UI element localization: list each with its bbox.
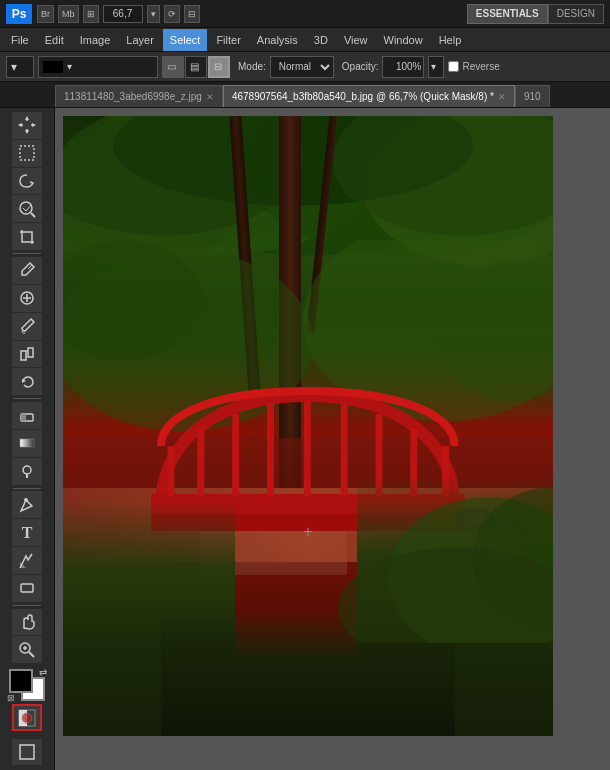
svg-line-21 xyxy=(29,652,34,657)
tool-crop[interactable] xyxy=(12,223,42,250)
fg-bg-colors[interactable]: ⇄ ⊠ xyxy=(9,669,45,701)
default-colors-button[interactable]: ⊠ xyxy=(7,693,15,703)
tool-gradient[interactable] xyxy=(12,430,42,457)
top-bar: Ps Br Mb ⊞ ▾ ⟳ ⊟ ESSENTIALS DESIGN xyxy=(0,0,610,28)
menu-edit[interactable]: Edit xyxy=(38,29,71,51)
tab-file-1-close[interactable]: ✕ xyxy=(206,92,214,102)
divider-3 xyxy=(13,488,41,489)
tab-file-3[interactable]: 910 xyxy=(515,85,550,107)
menu-image[interactable]: Image xyxy=(73,29,118,51)
brush-mode-active[interactable]: ⊟ xyxy=(208,56,230,78)
tab-file-2-close[interactable]: ✕ xyxy=(498,92,506,102)
opacity-label: Opacity: xyxy=(342,61,379,72)
svg-line-6 xyxy=(31,213,35,217)
tool-path-select[interactable] xyxy=(12,547,42,574)
tool-hand[interactable] xyxy=(12,609,42,636)
svg-rect-14 xyxy=(20,439,34,447)
document-tabs: 113811480_3abed6998e_z.jpg ✕ 4678907564_… xyxy=(0,82,610,108)
tool-shape[interactable] xyxy=(12,575,42,602)
bridge-button[interactable]: Br xyxy=(37,5,54,23)
svg-point-26 xyxy=(22,713,32,723)
tool-marquee[interactable] xyxy=(12,140,42,167)
tool-brush[interactable] xyxy=(12,313,42,340)
toolbar: T ⇄ ⊠ xyxy=(0,108,55,770)
brush-mode-normal[interactable]: ▭ xyxy=(162,56,184,78)
tool-clone[interactable] xyxy=(12,341,42,368)
design-button[interactable]: DESIGN xyxy=(548,4,604,24)
mode-select[interactable]: Normal Multiply Screen xyxy=(270,56,334,78)
opacity-dropdown[interactable]: ▾ xyxy=(428,56,444,78)
ps-logo: Ps xyxy=(6,4,32,24)
tool-healing[interactable] xyxy=(12,285,42,312)
tool-preset-picker[interactable]: ▾ xyxy=(6,56,34,78)
screen-mode-button[interactable]: ⊟ xyxy=(184,5,200,23)
divider-4 xyxy=(13,605,41,606)
rotate-view-button[interactable]: ⟳ xyxy=(164,5,180,23)
svg-point-17 xyxy=(24,498,28,502)
options-bar: ▾ ▾ ▭ ▤ ⊟ Mode: Normal Multiply Screen O… xyxy=(0,52,610,82)
foliage-lower-right xyxy=(308,457,553,643)
canvas-image: + xyxy=(63,116,553,736)
divider-1 xyxy=(13,253,41,254)
swap-colors-button[interactable]: ⇄ xyxy=(39,667,47,678)
canvas-area[interactable]: + xyxy=(55,108,610,770)
svg-point-15 xyxy=(23,466,31,474)
svg-marker-0 xyxy=(25,116,29,120)
tool-eyedropper[interactable] xyxy=(12,257,42,284)
menu-bar: File Edit Image Layer Select Filter Anal… xyxy=(0,28,610,52)
menu-analysis[interactable]: Analysis xyxy=(250,29,305,51)
top-icons: Br Mb ⊞ ▾ ⟳ ⊟ xyxy=(37,5,200,23)
mode-label: Mode: xyxy=(238,61,266,72)
tab-file-1-name: 113811480_3abed6998e_z.jpg xyxy=(64,91,202,102)
tab-file-2[interactable]: 4678907564_b3fb80a540_b.jpg @ 66,7% (Qui… xyxy=(223,85,515,107)
tool-screen-mode[interactable] xyxy=(12,739,42,766)
tab-file-3-name: 910 xyxy=(524,91,541,102)
svg-marker-1 xyxy=(25,130,29,134)
svg-point-53 xyxy=(338,547,553,643)
menu-filter[interactable]: Filter xyxy=(209,29,247,51)
reverse-label: Reverse xyxy=(462,61,499,72)
svg-rect-4 xyxy=(20,146,34,160)
menu-file[interactable]: File xyxy=(4,29,36,51)
svg-marker-3 xyxy=(32,123,36,127)
canvas-wrapper: + xyxy=(63,116,553,736)
reverse-checkbox-label: Reverse xyxy=(448,61,499,72)
svg-marker-2 xyxy=(18,123,22,127)
svg-point-5 xyxy=(20,202,32,214)
zoom-dropdown[interactable]: ▾ xyxy=(147,5,160,23)
brush-mode-darken[interactable]: ▤ xyxy=(185,56,207,78)
quick-mask-button[interactable] xyxy=(12,704,42,731)
svg-rect-19 xyxy=(21,584,33,592)
svg-rect-27 xyxy=(20,745,34,759)
tool-zoom[interactable] xyxy=(12,636,42,663)
divider-2 xyxy=(13,398,41,399)
tool-pen[interactable] xyxy=(12,491,42,518)
arrange-docs-button[interactable]: ⊞ xyxy=(83,5,99,23)
mini-bridge-button[interactable]: Mb xyxy=(58,5,79,23)
svg-line-7 xyxy=(28,265,32,269)
tool-history[interactable] xyxy=(12,368,42,395)
brush-options[interactable]: ▾ xyxy=(38,56,158,78)
tool-quick-select[interactable] xyxy=(12,195,42,222)
menu-help[interactable]: Help xyxy=(432,29,469,51)
svg-rect-13 xyxy=(21,414,26,421)
tool-lasso[interactable] xyxy=(12,168,42,195)
menu-layer[interactable]: Layer xyxy=(119,29,161,51)
tool-dodge[interactable] xyxy=(12,458,42,485)
tab-file-2-name: 4678907564_b3fb80a540_b.jpg @ 66,7% (Qui… xyxy=(232,91,494,102)
opacity-input[interactable] xyxy=(382,56,424,78)
reverse-checkbox[interactable] xyxy=(448,61,459,72)
foreground-color[interactable] xyxy=(9,669,33,693)
menu-select[interactable]: Select xyxy=(163,29,208,51)
menu-view[interactable]: View xyxy=(337,29,375,51)
tool-type[interactable]: T xyxy=(12,519,42,546)
workspace: T ⇄ ⊠ xyxy=(0,108,610,770)
menu-window[interactable]: Window xyxy=(377,29,430,51)
zoom-input[interactable] xyxy=(103,5,143,23)
scene-background: + xyxy=(63,116,553,736)
tool-move[interactable] xyxy=(12,112,42,139)
menu-3d[interactable]: 3D xyxy=(307,29,335,51)
essentials-button[interactable]: ESSENTIALS xyxy=(467,4,548,24)
tool-eraser[interactable] xyxy=(12,402,42,429)
tab-file-1[interactable]: 113811480_3abed6998e_z.jpg ✕ xyxy=(55,85,223,107)
